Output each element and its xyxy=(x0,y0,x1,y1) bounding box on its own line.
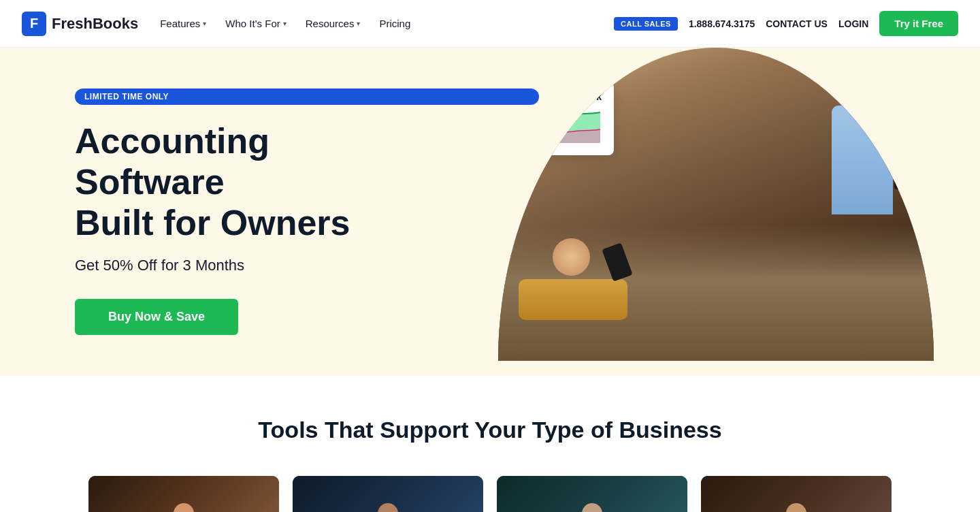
tool-card-4[interactable] xyxy=(701,476,892,512)
logo-text: FreshBooks xyxy=(52,15,138,33)
tools-section-title: Tools That Support Your Type of Business xyxy=(22,417,958,443)
phone-number: 1.888.674.3175 xyxy=(689,18,755,29)
tools-cards xyxy=(22,476,958,512)
nav-features[interactable]: Features ▾ xyxy=(160,18,206,29)
logo-icon: F xyxy=(22,12,46,36)
nav-links: Features ▾ Who It's For ▾ Resources ▾ Pr… xyxy=(160,18,614,29)
nav-who-its-for[interactable]: Who It's For ▾ xyxy=(225,18,286,29)
hero-subtitle: Get 50% Off for 3 Months xyxy=(75,257,539,274)
tool-card-2[interactable] xyxy=(293,476,483,512)
tools-section: Tools That Support Your Type of Business xyxy=(0,376,980,512)
profit-label: Total Profit xyxy=(498,92,529,101)
hero-left: LIMITED TIME ONLY Accounting Software Bu… xyxy=(0,48,539,376)
tool-card-3[interactable] xyxy=(497,476,687,512)
call-sales-badge: CALL SALES xyxy=(614,17,678,31)
hero-title: Accounting Software Built for Owners xyxy=(75,121,429,243)
login-link[interactable]: LOGIN xyxy=(838,18,868,29)
resources-chevron-icon: ▾ xyxy=(357,20,360,27)
profit-value: $92.5k xyxy=(572,91,602,102)
hero-section: LIMITED TIME ONLY Accounting Software Bu… xyxy=(0,48,980,376)
hero-right: Total Profit $92.5k xyxy=(539,48,980,376)
who-chevron-icon: ▾ xyxy=(283,20,287,27)
profit-card: Total Profit $92.5k xyxy=(498,82,614,155)
limited-time-badge: LIMITED TIME ONLY xyxy=(75,89,539,105)
contact-us-link[interactable]: CONTACT US xyxy=(766,18,828,29)
nav-right: CALL SALES 1.888.674.3175 CONTACT US LOG… xyxy=(614,11,958,36)
nav-resources[interactable]: Resources ▾ xyxy=(306,18,361,29)
profit-chart xyxy=(498,109,602,143)
nav-pricing[interactable]: Pricing xyxy=(379,18,410,29)
buy-now-button[interactable]: Buy Now & Save xyxy=(75,299,238,335)
try-free-button[interactable]: Try it Free xyxy=(879,11,958,36)
navigation: F FreshBooks Features ▾ Who It's For ▾ R… xyxy=(0,0,980,48)
logo-link[interactable]: F FreshBooks xyxy=(22,12,138,36)
features-chevron-icon: ▾ xyxy=(203,20,206,27)
profit-card-header: Total Profit $92.5k xyxy=(498,91,602,102)
hero-image-bg: Total Profit $92.5k xyxy=(498,48,934,361)
tool-card-1[interactable] xyxy=(88,476,279,512)
svg-rect-1 xyxy=(502,109,509,112)
